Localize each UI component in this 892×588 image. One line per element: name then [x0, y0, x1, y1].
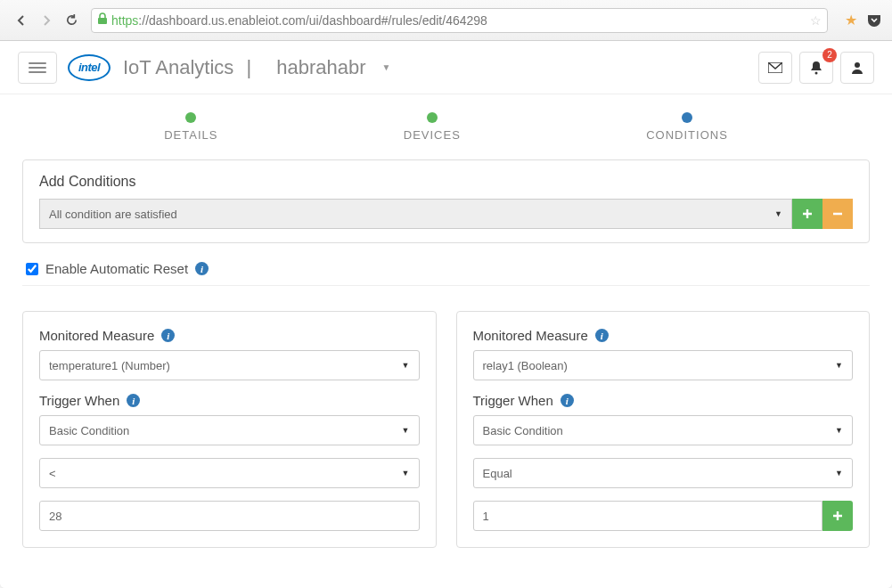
measure-value: temperature1 (Number): [49, 359, 170, 372]
operator-select[interactable]: Equal: [473, 458, 854, 488]
step-conditions[interactable]: CONDITIONS: [646, 112, 728, 142]
svg-point-2: [815, 71, 818, 74]
info-icon[interactable]: i: [595, 329, 609, 342]
condition-card-1: Monitored Measure i temperature1 (Number…: [22, 311, 437, 548]
extension-icons: ★: [842, 12, 883, 29]
trigger-type-select[interactable]: Basic Condition: [39, 415, 420, 445]
user-button[interactable]: [840, 52, 874, 84]
operator-select[interactable]: <: [39, 458, 420, 488]
page-content: intel IoT Analytics | habrahabr ▼ 2 DETA…: [0, 41, 892, 588]
step-label: CONDITIONS: [646, 128, 728, 142]
main-content: Add Conditions All condition are satisfi…: [0, 159, 892, 548]
trigger-type-value: Basic Condition: [49, 424, 129, 437]
add-conditions-panel: Add Conditions All condition are satisfi…: [22, 159, 870, 243]
notifications-button[interactable]: 2: [799, 52, 833, 84]
monitored-measure-label: Monitored Measure i: [39, 328, 420, 343]
threshold-row: 1: [473, 501, 854, 531]
caret-down-icon: ▼: [381, 62, 390, 72]
svg-rect-0: [98, 18, 107, 24]
app-topbar: intel IoT Analytics | habrahabr ▼ 2: [0, 41, 892, 94]
url-path: ://dashboard.us.enableiot.com/ui/dashboa…: [138, 13, 487, 28]
back-button[interactable]: [9, 8, 34, 33]
svg-point-3: [855, 62, 860, 68]
operator-value: Equal: [483, 467, 512, 480]
step-label: DEVICES: [404, 128, 461, 142]
condition-mode-select[interactable]: All condition are satisfied: [39, 199, 792, 229]
measure-select[interactable]: temperature1 (Number): [39, 350, 420, 380]
step-dot-active-icon: [682, 112, 692, 123]
step-label: DETAILS: [164, 128, 217, 142]
mail-button[interactable]: [758, 52, 792, 84]
condition-mode-row: All condition are satisfied: [39, 199, 853, 229]
auto-reset-label: Enable Automatic Reset: [45, 261, 188, 276]
threshold-value: 28: [49, 510, 61, 523]
topbar-actions: 2: [758, 52, 874, 84]
step-dot-done-icon: [185, 112, 196, 123]
reload-button[interactable]: [59, 8, 84, 33]
remove-condition-button[interactable]: [822, 199, 853, 229]
operator-value: <: [49, 467, 56, 480]
trigger-type-value: Basic Condition: [483, 424, 563, 437]
panel-title: Add Conditions: [39, 174, 853, 190]
info-icon[interactable]: i: [561, 394, 574, 407]
step-devices[interactable]: DEVICES: [404, 112, 461, 142]
info-icon[interactable]: i: [127, 394, 140, 407]
trigger-type-select[interactable]: Basic Condition: [473, 415, 854, 445]
menu-button[interactable]: [18, 52, 57, 84]
brand-text: IoT Analytics: [123, 56, 233, 78]
measure-select[interactable]: relay1 (Boolean): [473, 350, 854, 380]
auto-reset-checkbox[interactable]: [26, 263, 38, 275]
browser-chrome: https ://dashboard.us.enableiot.com/ui/d…: [0, 0, 892, 41]
pocket-icon[interactable]: [865, 12, 883, 29]
brand-label: IoT Analytics |: [123, 56, 258, 79]
wizard-steps: DETAILS DEVICES CONDITIONS: [0, 94, 892, 159]
condition-columns: Monitored Measure i temperature1 (Number…: [22, 311, 870, 548]
bookmark-star-icon[interactable]: ☆: [810, 13, 822, 28]
trigger-when-label: Trigger When i: [39, 393, 420, 408]
step-details[interactable]: DETAILS: [164, 112, 217, 142]
url-bar[interactable]: https ://dashboard.us.enableiot.com/ui/d…: [91, 8, 828, 33]
favorite-icon[interactable]: ★: [842, 12, 860, 29]
trigger-when-label: Trigger When i: [473, 393, 854, 408]
account-dropdown[interactable]: habrahabr ▼: [276, 56, 390, 79]
step-dot-done-icon: [427, 112, 438, 123]
forward-button[interactable]: [34, 8, 59, 33]
url-protocol: https: [111, 13, 138, 28]
auto-reset-row: Enable Automatic Reset i: [22, 256, 870, 286]
threshold-value: 1: [483, 510, 489, 523]
add-condition-button[interactable]: [792, 199, 822, 229]
account-name: habrahabr: [276, 56, 365, 79]
measure-value: relay1 (Boolean): [483, 359, 568, 372]
condition-mode-value: All condition are satisfied: [49, 208, 177, 221]
info-icon[interactable]: i: [195, 262, 209, 275]
threshold-input[interactable]: 28: [39, 501, 420, 531]
notification-badge: 2: [822, 48, 837, 62]
condition-card-2: Monitored Measure i relay1 (Boolean) Tri…: [456, 311, 871, 548]
info-icon[interactable]: i: [161, 329, 175, 342]
monitored-measure-label: Monitored Measure i: [473, 328, 854, 343]
threshold-input[interactable]: 1: [473, 501, 823, 531]
brand-divider: |: [246, 56, 251, 78]
intel-logo: intel: [68, 54, 110, 81]
add-value-button[interactable]: [822, 501, 853, 531]
lock-icon: [97, 12, 108, 28]
